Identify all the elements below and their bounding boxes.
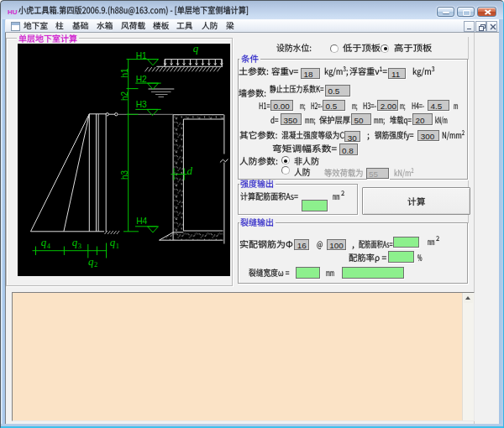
svg-text:h2: h2	[119, 91, 129, 101]
svg-text:2: 2	[94, 260, 97, 269]
svg-text:q: q	[71, 236, 77, 248]
svg-text:q: q	[192, 44, 198, 55]
svg-text:h3: h3	[119, 170, 129, 180]
svg-text:3: 3	[77, 242, 81, 250]
svg-text:H1: H1	[135, 51, 146, 60]
svg-text:d: d	[186, 164, 192, 177]
svg-text:1: 1	[115, 242, 118, 250]
svg-text:4: 4	[46, 242, 50, 250]
svg-text:H3: H3	[135, 100, 146, 109]
svg-text:q: q	[109, 236, 115, 248]
svg-text:q: q	[40, 236, 46, 248]
svg-text:H4: H4	[136, 217, 147, 226]
svg-text:H2: H2	[135, 75, 146, 84]
svg-text:q: q	[88, 255, 94, 268]
svg-text:h1: h1	[119, 68, 129, 78]
